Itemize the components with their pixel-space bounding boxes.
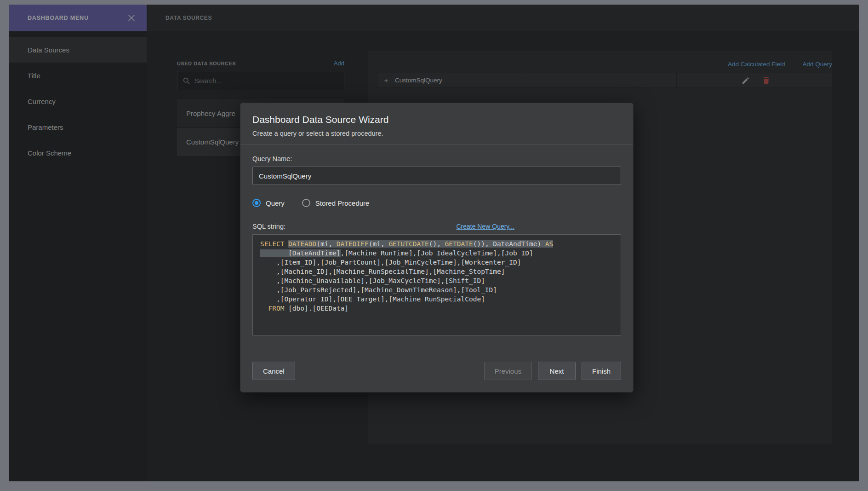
radio-query[interactable]: Query <box>252 199 285 207</box>
sql-string-header: SQL string: Create New Query... <box>252 223 621 230</box>
dialog-subtitle: Create a query or select a stored proced… <box>252 130 621 137</box>
dialog-footer: Cancel Previous Next Finish <box>252 362 621 380</box>
query-name-input[interactable] <box>252 167 621 185</box>
footer-spacer <box>301 362 478 380</box>
radio-unselected-icon <box>302 199 310 207</box>
sql-string-label: SQL string: <box>252 223 286 230</box>
data-source-wizard-dialog: Dashboard Data Source Wizard Create a qu… <box>240 103 634 393</box>
dialog-body: Query Name: Query Stored Procedure SQL s… <box>240 145 633 392</box>
screenshot-root: DASHBOARD MENU Data Sources Title Curren… <box>0 0 868 491</box>
radio-stored-procedure[interactable]: Stored Procedure <box>302 199 370 207</box>
radio-stored-procedure-label: Stored Procedure <box>315 199 370 207</box>
radio-selected-icon <box>252 199 261 207</box>
create-new-query-link[interactable]: Create New Query... <box>456 223 514 230</box>
next-button[interactable]: Next <box>538 362 576 380</box>
finish-button[interactable]: Finish <box>582 362 621 380</box>
dialog-header: Dashboard Data Source Wizard Create a qu… <box>240 103 633 145</box>
dialog-title: Dashboard Data Source Wizard <box>252 114 621 125</box>
query-type-radios: Query Stored Procedure <box>252 199 621 207</box>
radio-query-label: Query <box>266 199 285 207</box>
cancel-button[interactable]: Cancel <box>252 362 295 380</box>
query-name-label: Query Name: <box>252 155 621 162</box>
sql-editor[interactable]: SELECT DATEADD(mi, DATEDIFF(mi, GETUTCDA… <box>252 234 621 335</box>
previous-button[interactable]: Previous <box>484 362 532 380</box>
